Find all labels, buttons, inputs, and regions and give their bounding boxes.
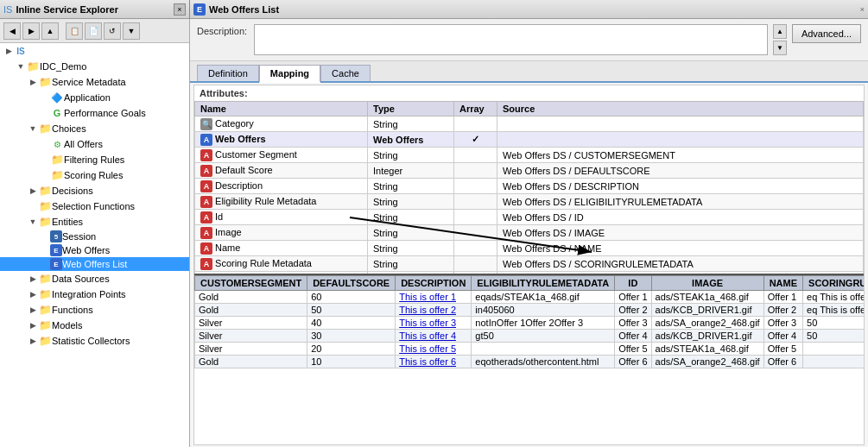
tree-item-all-offers[interactable]: ▶ ⚙ All Offers xyxy=(0,136,189,152)
tree-item-session[interactable]: ▶ 5 Session xyxy=(0,230,189,243)
tree-label-statistic-collectors: Statistic Collectors xyxy=(52,336,130,346)
tab-cache[interactable]: Cache xyxy=(320,65,371,81)
attr-type: String xyxy=(368,272,454,274)
table-cell-link[interactable]: This is offer 4 xyxy=(399,331,456,341)
table-row: Gold10This is offer 6eqotherads/othercon… xyxy=(195,356,865,368)
table-cell: Offer 1 xyxy=(615,291,651,304)
up-button[interactable]: ▲ xyxy=(41,22,59,40)
table-cell-link[interactable]: This is offer 2 xyxy=(399,305,456,315)
table-cell-link[interactable]: This is offer 6 xyxy=(399,356,456,367)
tree-item-web-offers[interactable]: ▶ E Web Offers xyxy=(0,243,189,257)
tree-item-functions[interactable]: ▶ 📁 Functions xyxy=(0,302,189,318)
attr-icon-a: A xyxy=(200,180,212,192)
dropdown-button[interactable]: ▼ xyxy=(123,22,140,40)
tree-item-application[interactable]: ▶ 🔷 Application xyxy=(0,90,189,105)
table-cell: Gold xyxy=(195,356,307,368)
paste-button[interactable]: 📄 xyxy=(85,22,102,40)
tree-item-scoring-rules[interactable]: ▶ 📁 Scoring Rules xyxy=(0,167,189,183)
table-cell: 40 xyxy=(307,317,396,330)
tree-label-performance-goals: Performance Goals xyxy=(64,108,146,118)
refresh-button[interactable]: ↺ xyxy=(104,22,121,40)
table-cell xyxy=(803,356,864,368)
table-cell-link[interactable]: This is offer 1 xyxy=(399,292,456,302)
tree-item-data-sources[interactable]: ▶ 📁 Data Sources xyxy=(0,271,189,286)
table-cell: Offer 3 xyxy=(615,317,651,330)
tree-item-service-metadata[interactable]: ▶ 📁 Service Metadata xyxy=(0,74,189,90)
attr-type: String xyxy=(368,241,454,256)
tree-item-is[interactable]: ▶ IS xyxy=(0,43,189,59)
col-type: Type xyxy=(368,102,454,116)
table-row: Gold60This is offer 1eqads/STEAK1a_468.g… xyxy=(195,291,865,304)
table-cell: Offer 6 xyxy=(615,356,651,368)
advanced-button[interactable]: Advanced... xyxy=(792,24,861,43)
mapping-tabs: Definition Mapping Cache xyxy=(190,61,868,83)
tree-label-web-offers: Web Offers xyxy=(62,245,110,255)
attr-source: Web Offers DS / ELIGIBILITYRULEMETADATA xyxy=(497,194,864,210)
table-row: Silver40This is offer 3notInOffer 1Offer… xyxy=(195,317,865,330)
table-cell: Silver xyxy=(195,317,307,330)
attr-type: String xyxy=(368,225,454,241)
folder-icon-scoring: 📁 xyxy=(50,168,64,182)
desc-scroll-up[interactable]: ▲ xyxy=(773,24,787,39)
tree-item-choices[interactable]: ▼ 📁 Choices xyxy=(0,121,189,136)
attr-array xyxy=(454,272,497,274)
tree-item-statistic-collectors[interactable]: ▶ 📁 Statistic Collectors xyxy=(0,333,189,349)
folder-icon-data-sources: 📁 xyxy=(38,272,52,286)
tree-item-decisions[interactable]: ▶ 📁 Decisions xyxy=(0,183,189,198)
attr-source xyxy=(497,132,864,148)
table-cell: ads/KCB_DRIVER1.gif xyxy=(651,330,763,343)
folder-icon-selection: 📁 xyxy=(38,199,52,213)
table-cell: Offer 2 xyxy=(615,304,651,317)
attr-array: ✓ xyxy=(454,132,497,148)
tree-item-performance-goals[interactable]: ▶ G Performance Goals xyxy=(0,105,189,121)
tree-item-models[interactable]: ▶ 📁 Models xyxy=(0,318,189,333)
folder-icon-integration: 📁 xyxy=(38,287,52,301)
table-cell-link[interactable]: This is offer 5 xyxy=(399,343,456,354)
attr-icon-a: A xyxy=(200,149,212,161)
tree-label-choices: Choices xyxy=(52,123,86,134)
tab-mapping[interactable]: Mapping xyxy=(259,65,320,83)
table-cell: ads/SA_orange2_468.gif xyxy=(651,356,763,368)
copy-button[interactable]: 📋 xyxy=(66,22,83,40)
data-col-id: ID xyxy=(615,276,651,291)
tree-item-filtering-rules[interactable]: ▶ 📁 Filtering Rules xyxy=(0,152,189,167)
data-col-defaultscore: DEFAULTSCORE xyxy=(307,276,396,291)
attr-name: A Id xyxy=(195,210,368,225)
attr-icon-a: A xyxy=(200,274,212,274)
table-cell: 50 xyxy=(307,304,396,317)
tree-item-web-offers-list[interactable]: ▶ E Web Offers List xyxy=(0,257,189,271)
forward-button[interactable]: ▶ xyxy=(22,22,40,40)
right-tab-close: × xyxy=(860,5,865,14)
right-window-title: Web Offers List xyxy=(209,4,860,15)
attr-icon-a: A xyxy=(200,211,212,224)
attr-source: Web Offers DS / IMAGE xyxy=(497,225,864,241)
attributes-table-container: Name Type Array Source 🔍 Category String… xyxy=(194,101,864,274)
attr-icon-a: A xyxy=(200,165,212,177)
desc-scroll-down[interactable]: ▼ xyxy=(773,41,787,55)
attr-name: 🔍 Category xyxy=(195,116,368,132)
tree-item-selection-functions[interactable]: ▶ 📁 Selection Functions xyxy=(0,198,189,214)
description-input[interactable] xyxy=(254,24,768,55)
data-col-name: NAME xyxy=(763,276,802,291)
col-name: Name xyxy=(195,102,368,116)
table-cell: Silver xyxy=(195,343,307,356)
folder-icon-service: 📁 xyxy=(38,75,52,89)
data-col-scoringrulemetadata: SCORINGRULEMETADATA xyxy=(803,276,864,291)
table-cell: ads/SA_orange2_468.gif xyxy=(651,317,763,330)
table-cell: 20 xyxy=(307,343,396,356)
back-button[interactable]: ◀ xyxy=(3,22,21,40)
left-close-button[interactable]: × xyxy=(174,3,186,16)
folder-icon: 📁 xyxy=(26,60,40,73)
tree-item-entities[interactable]: ▼ 📁 Entities xyxy=(0,214,189,230)
attr-type: String xyxy=(368,179,454,194)
table-cell: Silver xyxy=(195,330,307,343)
is-icon: IS xyxy=(14,44,28,58)
tree-item-idc-demo[interactable]: ▼ 📁 IDC_Demo xyxy=(0,59,189,74)
tab-definition[interactable]: Definition xyxy=(197,65,259,81)
table-cell-link[interactable]: This is offer 3 xyxy=(399,318,456,328)
attr-source: Web Offers DS / DESCRIPTION xyxy=(497,179,864,194)
attr-icon-a: A xyxy=(200,242,212,255)
col-array: Array xyxy=(454,102,497,116)
tree-item-integration-points[interactable]: ▶ 📁 Integration Points xyxy=(0,286,189,302)
web-offers-icon: E xyxy=(50,244,62,256)
